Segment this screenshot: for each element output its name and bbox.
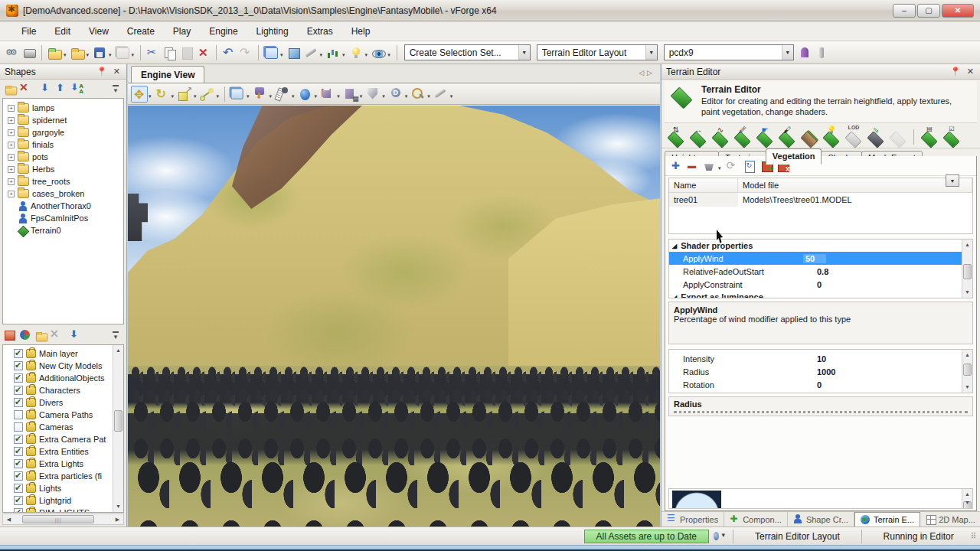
- tab-vegetation[interactable]: Vegetation: [766, 148, 822, 165]
- layer-checkbox[interactable]: [14, 447, 23, 456]
- cut-icon[interactable]: [145, 45, 161, 60]
- layout-combo[interactable]: Terrain Editor Layout ▼: [537, 44, 658, 60]
- layer-checkbox[interactable]: [14, 459, 23, 468]
- table-row-tree01[interactable]: tree01 Models\Trees\tree01.MODEL: [669, 193, 972, 207]
- close-button[interactable]: ✕: [942, 4, 974, 18]
- layer-checkbox[interactable]: [14, 349, 23, 358]
- lightmap-tool-icon[interactable]: 💡: [822, 128, 841, 146]
- layer-checkbox[interactable]: [14, 422, 23, 432]
- layer-checkbox[interactable]: [14, 484, 23, 493]
- assets-dropdown-icon[interactable]: [712, 530, 726, 543]
- layer-checkbox[interactable]: [14, 386, 23, 395]
- layer-row[interactable]: RIM_LIGHTS: [3, 507, 123, 513]
- value-dropdown-icon[interactable]: ▼: [946, 174, 959, 187]
- tree-item-fpscaminitpos[interactable]: FpsCamInitPos: [3, 212, 123, 224]
- viewport-3d[interactable]: [128, 106, 660, 527]
- combo-arrow-icon[interactable]: ▼: [518, 45, 530, 60]
- filter-icon[interactable]: [110, 82, 123, 95]
- renderer-combo[interactable]: pcdx9 ▼: [664, 44, 794, 60]
- settings-icon[interactable]: [5, 45, 20, 60]
- tab-nav-arrows-icon[interactable]: ◁▷: [639, 69, 655, 77]
- link-tool-icon[interactable]: [199, 86, 216, 103]
- maximize-button[interactable]: ▢: [917, 4, 940, 18]
- layer-row[interactable]: New City Models: [3, 360, 123, 372]
- expander-icon[interactable]: +: [8, 154, 15, 161]
- close-panel-icon[interactable]: ✕: [110, 67, 123, 77]
- lod-tool-icon[interactable]: LOD: [844, 128, 864, 146]
- texture-layers-icon[interactable]: [799, 128, 819, 146]
- tab-properties[interactable]: Properties: [662, 512, 724, 527]
- flatten-tool-icon[interactable]: ↔: [688, 128, 708, 146]
- layers-hscrollbar[interactable]: ◀|||▶: [2, 514, 124, 525]
- add-folder-icon[interactable]: [4, 83, 15, 93]
- column-name[interactable]: Name: [669, 178, 738, 192]
- column-model-file[interactable]: Model file: [738, 178, 972, 192]
- tree-item-lamps[interactable]: +lamps: [3, 102, 123, 114]
- expander-icon[interactable]: +: [8, 142, 15, 148]
- layer-checkbox[interactable]: [14, 435, 23, 444]
- asset-magnet-icon[interactable]: [798, 45, 813, 60]
- layer-row[interactable]: Divers: [3, 396, 123, 409]
- drop-to-floor-icon[interactable]: [252, 86, 269, 103]
- terrain-config-icon[interactable]: ☑: [942, 128, 962, 146]
- layer-checkbox[interactable]: [14, 361, 23, 370]
- view-settings-icon[interactable]: [433, 86, 449, 103]
- layers-scrollbar[interactable]: ▲▼: [113, 345, 123, 512]
- tab-shape-creators[interactable]: Shape Cr...: [788, 512, 854, 527]
- rotate-tool-icon[interactable]: [154, 86, 171, 103]
- hole-tool-icon[interactable]: ☛: [755, 128, 775, 146]
- prop-applywind[interactable]: ApplyWind 50: [669, 252, 972, 265]
- expander-icon[interactable]: +: [8, 178, 15, 185]
- layer-checkbox[interactable]: [14, 398, 23, 407]
- measure-tool-icon[interactable]: [274, 86, 291, 103]
- layer-checkbox[interactable]: [14, 508, 23, 513]
- tools-icon[interactable]: [303, 45, 318, 60]
- tree-item-cases-broken[interactable]: +cases_broken: [3, 187, 123, 200]
- group-export-luminance[interactable]: ◢Export as luminance: [669, 291, 972, 298]
- menu-create[interactable]: Create: [119, 24, 162, 39]
- smooth-tool-icon[interactable]: ∿: [710, 128, 730, 146]
- prop-value[interactable]: 0: [817, 280, 822, 289]
- layer-sphere-icon[interactable]: [18, 328, 31, 341]
- panels-icon[interactable]: [263, 45, 279, 60]
- profiling-icon[interactable]: [325, 45, 341, 60]
- tab-terrain-editor[interactable]: Terrain E...: [854, 512, 920, 527]
- tree-item-herbs[interactable]: +Herbs: [3, 163, 123, 175]
- tab-components[interactable]: Compon...: [724, 512, 788, 527]
- expander-icon[interactable]: +: [8, 166, 15, 173]
- tree-item-finials[interactable]: +finials: [3, 139, 123, 151]
- layer-row-main[interactable]: Main layer: [3, 347, 123, 360]
- tree-item-spidernet[interactable]: +spidernet: [3, 114, 123, 126]
- close-panel-icon[interactable]: ✕: [964, 67, 977, 77]
- layer-row[interactable]: Characters: [3, 384, 123, 396]
- engine-icon[interactable]: [21, 45, 37, 60]
- expander-icon[interactable]: +: [8, 191, 15, 197]
- tree-item-tree-roots[interactable]: +tree_roots: [3, 175, 123, 187]
- save-icon[interactable]: [92, 45, 107, 60]
- tab-2d-map[interactable]: 2D Map...: [920, 512, 980, 527]
- resize-grip-icon[interactable]: ⠿: [971, 532, 977, 540]
- tree-item-anotherthorax0[interactable]: AnotherThorax0: [3, 200, 123, 212]
- brush-scrollbar[interactable]: ▲▼: [962, 489, 972, 508]
- props-scrollbar[interactable]: ▲▼: [962, 240, 972, 298]
- prop-relativefadeoutstart[interactable]: RelativeFadeOutStart 0.8: [669, 265, 972, 278]
- combo-arrow-icon[interactable]: ▼: [645, 45, 657, 60]
- delete-icon[interactable]: [196, 45, 211, 60]
- prop-applyconstraint[interactable]: ApplyConstraint 0: [669, 278, 972, 291]
- menu-help[interactable]: Help: [344, 24, 378, 39]
- tab-engine-view[interactable]: Engine View: [131, 66, 204, 83]
- entity-settings-icon[interactable]: [342, 86, 359, 103]
- fill-vegetation-icon[interactable]: [702, 159, 715, 172]
- layer-row[interactable]: Lights: [3, 482, 123, 494]
- undo-icon[interactable]: [221, 45, 237, 60]
- tree-item-gargoyle[interactable]: +gargoyle: [3, 126, 123, 139]
- elevate-tool-icon[interactable]: ⇅: [666, 128, 686, 146]
- layer-row[interactable]: Extra Entities: [3, 445, 123, 458]
- menu-edit[interactable]: Edit: [47, 24, 78, 39]
- add-vegetation-icon[interactable]: [670, 159, 683, 172]
- menu-view[interactable]: View: [81, 24, 116, 39]
- layer-row[interactable]: Extra Camera Pat: [3, 433, 123, 445]
- move-tool-icon[interactable]: [131, 86, 148, 103]
- status-layout[interactable]: Terrain Editor Layout: [738, 531, 857, 542]
- pin-icon[interactable]: 📍: [947, 67, 964, 77]
